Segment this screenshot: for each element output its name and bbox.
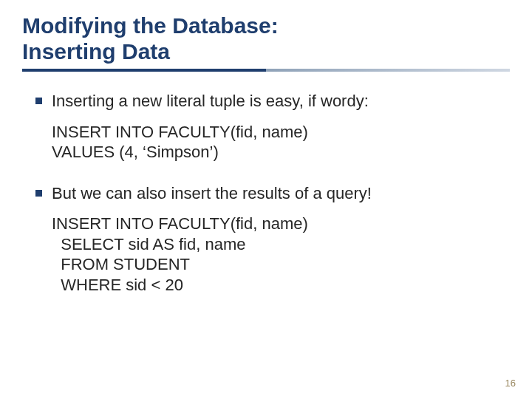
bullet-2: But we can also insert the results of a … <box>33 183 510 204</box>
title-line-1: Modifying the Database: <box>22 13 279 38</box>
slide-body: Inserting a new literal tuple is easy, i… <box>22 72 510 295</box>
bullet-1-text: Inserting a new literal tuple is easy, i… <box>52 92 369 110</box>
page-number: 16 <box>505 378 516 389</box>
title-line-2: Inserting Data <box>22 39 170 64</box>
bullet-2-text: But we can also insert the results of a … <box>52 184 372 202</box>
bullet-1: Inserting a new literal tuple is easy, i… <box>33 91 510 112</box>
code-block-1: INSERT INTO FACULTY(fid, name) VALUES (4… <box>33 122 510 163</box>
slide-title: Modifying the Database: Inserting Data <box>22 13 510 64</box>
slide: Modifying the Database: Inserting Data I… <box>0 0 532 399</box>
code-block-2: INSERT INTO FACULTY(fid, name) SELECT si… <box>33 214 510 295</box>
